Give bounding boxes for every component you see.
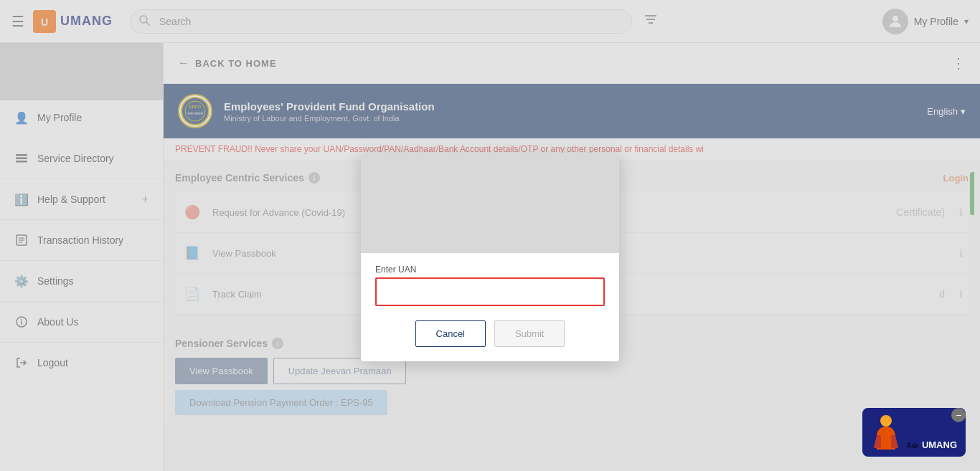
modal-field-label: Enter UAN — [375, 265, 605, 275]
modal-dialog: Enter UAN Cancel Submit — [361, 153, 619, 361]
uan-input[interactable] — [375, 277, 605, 306]
ask-umang-widget[interactable]: − Ask UMANG — [862, 408, 966, 457]
submit-button[interactable]: Submit — [494, 320, 565, 347]
modal-overlay: Enter UAN Cancel Submit — [0, 0, 980, 471]
cancel-button[interactable]: Cancel — [415, 320, 486, 347]
ask-umang-bubble: Ask UMANG — [907, 438, 957, 451]
modal-body: Enter UAN Cancel Submit — [361, 253, 619, 361]
umang-label: UMANG — [922, 439, 957, 450]
ask-label: Ask — [907, 442, 919, 449]
svg-point-22 — [880, 415, 892, 427]
modal-top-gray — [361, 153, 619, 253]
minimize-icon[interactable]: − — [951, 408, 966, 422]
modal-actions: Cancel Submit — [375, 320, 605, 347]
